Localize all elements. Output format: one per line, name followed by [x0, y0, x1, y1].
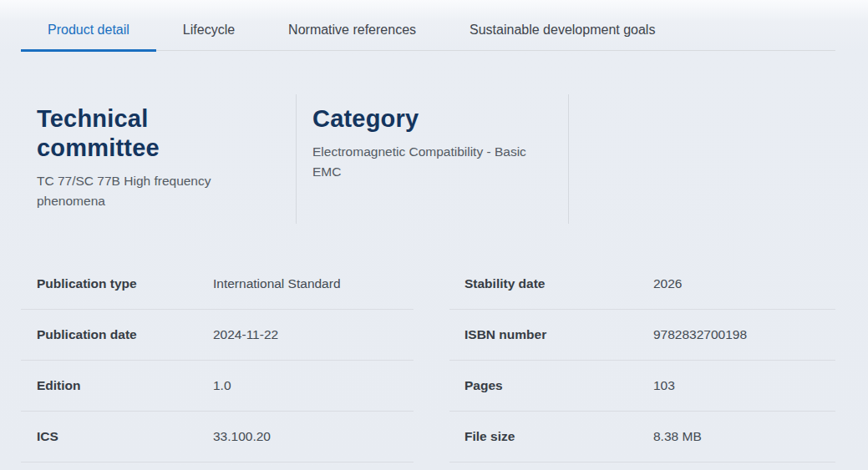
detail-row-stability-date: Stability date 2026 — [449, 259, 835, 310]
detail-row-pages: Pages 103 — [449, 361, 835, 412]
detail-row-edition: Edition 1.0 — [21, 361, 414, 412]
technical-committee-section: Technical committee TC 77/SC 77B High fr… — [21, 94, 296, 224]
tab-lifecycle[interactable]: Lifecycle — [156, 10, 261, 50]
detail-value: International Standard — [213, 276, 414, 291]
tab-normative-references[interactable]: Normative references — [261, 10, 443, 50]
details-table-right: Stability date 2026 ISBN number 97828327… — [449, 259, 835, 462]
info-section-row: Technical committee TC 77/SC 77B High fr… — [21, 94, 835, 224]
info-spacer-column — [568, 94, 835, 224]
detail-value: 2026 — [653, 276, 835, 291]
detail-label: Edition — [37, 378, 213, 393]
tab-label: Sustainable development goals — [470, 23, 655, 38]
detail-label: Stability date — [464, 276, 653, 291]
details-table-left: Publication type International Standard … — [21, 259, 414, 462]
detail-value: 2024-11-22 — [213, 327, 414, 342]
category-value: Electromagnetic Compatibility - Basic EM… — [312, 142, 553, 182]
detail-value: 8.38 MB — [653, 429, 835, 444]
product-detail-page: Product detail Lifecycle Normative refer… — [0, 0, 868, 470]
tab-sustainable-development-goals[interactable]: Sustainable development goals — [443, 10, 682, 50]
details-tables: Publication type International Standard … — [21, 259, 835, 462]
detail-value: 103 — [653, 378, 835, 393]
detail-value: 33.100.20 — [213, 429, 414, 444]
tab-label: Product detail — [48, 23, 129, 38]
detail-row-ics: ICS 33.100.20 — [21, 412, 414, 462]
detail-value: 1.0 — [213, 378, 414, 393]
tab-label: Normative references — [288, 23, 416, 38]
category-title: Category — [312, 104, 553, 134]
technical-committee-title: Technical committee — [37, 104, 229, 163]
detail-label: ISBN number — [464, 327, 653, 342]
detail-row-file-size: File size 8.38 MB — [449, 412, 835, 462]
detail-value: 9782832700198 — [653, 327, 835, 342]
technical-committee-value: TC 77/SC 77B High frequency phenomena — [37, 171, 236, 211]
detail-label: Pages — [464, 378, 653, 393]
tab-product-detail[interactable]: Product detail — [21, 10, 156, 50]
detail-row-isbn-number: ISBN number 9782832700198 — [449, 310, 835, 361]
detail-label: Publication date — [37, 327, 213, 342]
detail-label: ICS — [37, 429, 213, 444]
category-section: Category Electromagnetic Compatibility -… — [296, 94, 568, 224]
detail-label: Publication type — [37, 276, 213, 291]
detail-row-publication-type: Publication type International Standard — [21, 259, 414, 310]
detail-row-publication-date: Publication date 2024-11-22 — [21, 310, 414, 361]
tab-label: Lifecycle — [183, 23, 235, 38]
detail-label: File size — [464, 429, 653, 444]
tab-bar: Product detail Lifecycle Normative refer… — [21, 0, 835, 51]
